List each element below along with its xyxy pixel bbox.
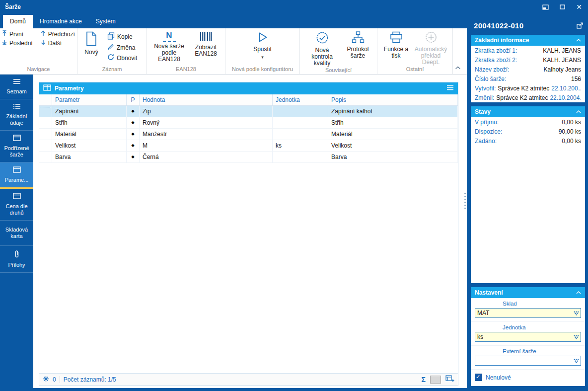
table-row[interactable]: Střih ◆ Rovný Střih <box>39 117 458 129</box>
field-sklad: Sklad <box>471 298 585 322</box>
batch-number-title: 20041022-010 <box>474 21 523 30</box>
modified-date-link[interactable]: 22.10.2004… <box>550 94 581 101</box>
group-label-navigace: Navigace <box>0 66 77 74</box>
list-icon <box>13 78 21 86</box>
row-selector-cell[interactable] <box>39 106 52 117</box>
filter-asterisk-icon[interactable] <box>43 376 49 384</box>
table-row[interactable]: Barva ◆ Černá Barva <box>39 152 458 163</box>
pencil-icon <box>107 43 114 52</box>
panel-splitter[interactable] <box>463 75 467 388</box>
info-row: Číslo šarže: 156 <box>471 74 585 83</box>
filter-count: 0 <box>53 376 56 383</box>
section-header: Základní informace <box>471 35 585 46</box>
table-row[interactable]: Velikost ◆ M ks Velikost <box>39 140 458 152</box>
sidebar-item-prilohy[interactable]: Přílohy <box>0 246 33 273</box>
dropdown-dots-icon[interactable] <box>572 332 581 341</box>
refresh-button[interactable]: Obnovit <box>107 54 137 62</box>
tab-hromadne-akce[interactable]: Hromadné akce <box>33 15 89 28</box>
previous-button[interactable]: Předchozí <box>41 30 76 38</box>
sidebar: Seznam Základní údaje Podřízené šarže Pa… <box>0 75 33 391</box>
copy-button[interactable]: Kopie <box>107 32 137 41</box>
collapse-ribbon-icon[interactable] <box>455 63 461 72</box>
sidebar-item-cena-dle-druhu[interactable]: Cena dle druhů <box>0 189 33 221</box>
tab-domu[interactable]: Domů <box>3 15 33 28</box>
show-ean128-button[interactable]: Zobrazit EAN128 <box>191 30 221 66</box>
section-header: Stavy <box>471 106 585 117</box>
run-configurator-button[interactable]: Spustit ▾ <box>245 30 280 66</box>
sidebar-item-seznam[interactable]: Seznam <box>0 75 33 99</box>
ribbon-group-souvisejici: Nová kontrola kvality Protokol šarže Sou… <box>300 28 377 74</box>
print-functions-button[interactable]: Funkce a tisk <box>382 30 410 66</box>
section-nastaveni: Nastavení Sklad Jednotka Externí šarže <box>471 287 585 386</box>
arrow-down-bar-icon <box>2 39 7 47</box>
sum-icon[interactable]: Σ <box>422 376 426 384</box>
arrow-up-icon <box>41 30 46 38</box>
column-header-jednotka[interactable]: Jednotka <box>273 94 328 105</box>
column-header-popis[interactable]: Popis <box>328 94 458 105</box>
batch-protocol-button[interactable]: Protokol šarže <box>344 30 372 67</box>
created-date-link[interactable]: 22.10.200… <box>551 85 581 92</box>
row-selector-cell[interactable] <box>39 152 52 162</box>
edit-button[interactable]: Změna <box>107 43 137 52</box>
table-row[interactable]: Zapínání ◆ Zip Zapínání kalhot <box>39 106 458 117</box>
next-button[interactable]: Další <box>41 39 76 47</box>
jednotka-input[interactable] <box>475 332 572 341</box>
refresh-icon <box>107 54 114 62</box>
titlebar: Šarže ✕ <box>0 0 588 14</box>
panel-menu-icon[interactable] <box>446 85 454 92</box>
row-selector-cell[interactable] <box>39 140 52 151</box>
arrow-down-icon <box>41 39 46 47</box>
column-settings-button[interactable] <box>430 376 441 384</box>
sklad-input[interactable] <box>475 309 572 317</box>
sidebar-item-podrizene-sarze[interactable]: Podřízené šarže <box>0 131 33 162</box>
section-zakladni-informace: Základní informace Zkratka zboží 1: KALH… <box>471 35 585 102</box>
ean-n-icon: N <box>163 31 176 42</box>
parameter-diamond-icon: ◆ <box>127 106 140 117</box>
play-icon <box>257 31 268 45</box>
translate-icon <box>425 31 438 45</box>
maximize-icon[interactable] <box>558 3 566 11</box>
row-selector-cell[interactable] <box>39 117 52 128</box>
column-header-p[interactable]: P <box>127 94 140 105</box>
ribbon-group-navigace: První Předchozí Poslední Další Navigace <box>0 28 77 74</box>
ribbon-group-ean128: N Nová šarže podle EAN128 Zobrazit EAN12… <box>147 28 225 74</box>
window-grid-icon <box>13 193 21 201</box>
collapse-section-icon[interactable] <box>576 291 581 294</box>
externi-sarze-input[interactable] <box>475 356 572 365</box>
column-header-selector <box>39 94 52 105</box>
details-list-icon <box>13 103 21 111</box>
window-title: Šarže <box>5 3 21 10</box>
table-row[interactable]: Materiál ◆ Manžestr Materiál <box>39 129 458 140</box>
detail-title-row: 20041022-010 <box>471 16 585 35</box>
dropdown-dots-icon[interactable] <box>572 309 581 317</box>
column-header-parametr[interactable]: Parametr <box>52 94 127 105</box>
row-selector-cell[interactable] <box>39 129 52 140</box>
quality-check-button[interactable]: Nová kontrola kvality <box>305 30 340 67</box>
open-in-window-icon[interactable] <box>577 22 583 29</box>
main-area: Parametry Parametr P Hodnota Jednotka Po… <box>33 75 463 388</box>
sidebar-item-parametry[interactable]: Parame... <box>0 162 33 189</box>
tab-system[interactable]: Systém <box>89 15 123 28</box>
dock-panel-icon[interactable] <box>541 3 549 11</box>
last-button[interactable]: Poslední <box>2 39 34 47</box>
group-label-konfigurator: Nová podle konfigurátoru <box>225 66 299 74</box>
info-row: Dispozice: 90,00 ks <box>471 127 585 136</box>
sidebar-item-skladova-karta[interactable]: Skladová karta <box>0 221 33 246</box>
new-record-button[interactable]: Nový <box>80 30 102 66</box>
record-count-label: Počet záznamů: 1/5 <box>64 376 116 383</box>
sidebar-item-zakladni-udaje[interactable]: Základní údaje <box>0 99 33 131</box>
first-button[interactable]: První <box>2 30 34 38</box>
close-icon[interactable]: ✕ <box>575 3 583 11</box>
dropdown-dots-icon[interactable] <box>572 356 581 365</box>
printer-icon <box>390 31 403 45</box>
ribbon-group-konfigurator: Spustit ▾ Nová podle konfigurátoru <box>225 28 300 74</box>
column-header-hodnota[interactable]: Hodnota <box>140 94 273 105</box>
group-label-ean128: EAN128 <box>147 66 225 74</box>
detail-panel: 20041022-010 Základní informace Zkratka … <box>467 14 588 391</box>
dropdown-caret-icon[interactable]: ▾ <box>261 55 264 59</box>
add-table-icon[interactable] <box>445 375 454 384</box>
nenulove-checkbox[interactable] <box>475 374 482 381</box>
collapse-section-icon[interactable] <box>576 110 581 113</box>
new-batch-ean128-button[interactable]: N Nová šarže podle EAN128 <box>151 30 187 66</box>
collapse-section-icon[interactable] <box>576 39 581 42</box>
